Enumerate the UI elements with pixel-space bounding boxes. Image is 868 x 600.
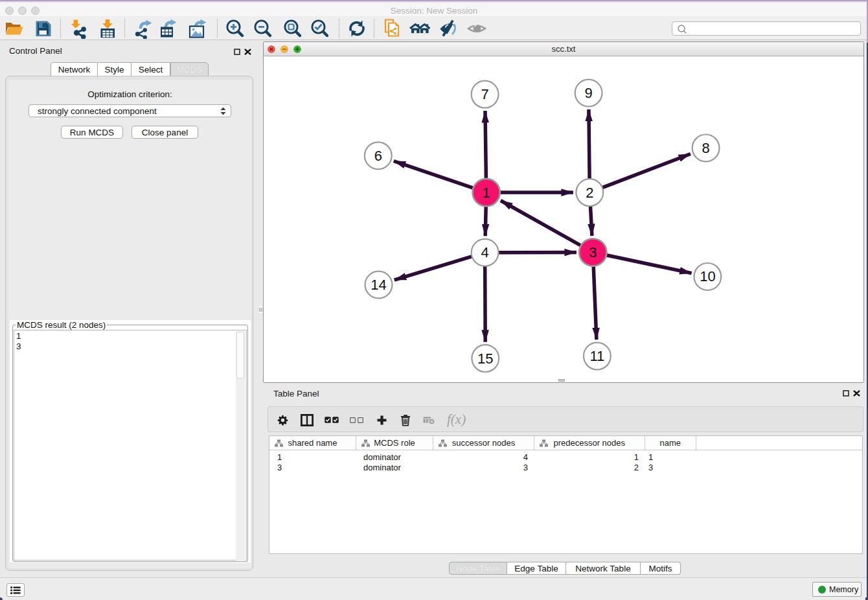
svg-text:14: 14: [371, 277, 386, 293]
svg-text:1: 1: [483, 185, 490, 201]
svg-text:8: 8: [702, 140, 709, 156]
svg-text:10: 10: [700, 268, 715, 284]
svg-text:7: 7: [481, 86, 488, 102]
svg-text:4: 4: [481, 244, 488, 260]
svg-text:9: 9: [584, 85, 592, 101]
svg-text:15: 15: [477, 351, 493, 367]
svg-text:2: 2: [586, 185, 593, 201]
svg-text:11: 11: [589, 348, 604, 364]
svg-text:6: 6: [374, 148, 382, 164]
svg-text:3: 3: [589, 244, 597, 260]
